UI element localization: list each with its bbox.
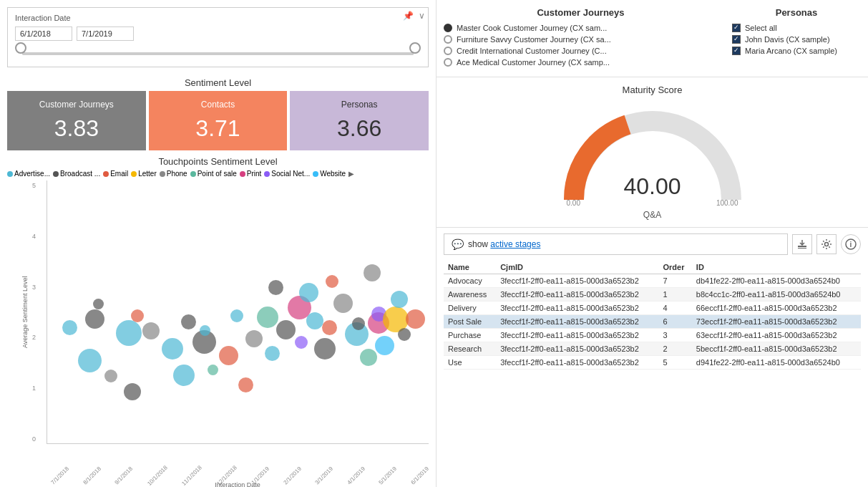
svg-rect-1 [798, 248, 806, 249]
chart-legend: Advertise...Broadcast ...EmailLetterPhon… [7, 170, 429, 178]
table-row[interactable]: Advocacy3feccf1f-2ff0-ea11-a815-000d3a65… [444, 274, 861, 288]
table-header: ID [692, 261, 861, 274]
kpi-card-personas: Personas 3.66 [290, 91, 429, 150]
left-panel: Interaction Date 📌 ∨ Sentiment Level Cus… [0, 0, 437, 487]
table-header: Order [658, 261, 691, 274]
bubble [295, 336, 308, 349]
active-stages-link[interactable]: active stages [490, 239, 540, 249]
legend-item: Advertise... [7, 170, 50, 178]
table-row[interactable]: Delivery3feccf1f-2ff0-ea11-a815-000d3a65… [444, 302, 861, 315]
bubble [162, 338, 183, 360]
bubble [257, 307, 278, 328]
radio-circle [444, 35, 452, 44]
x-tick: 6/1/2019 [409, 466, 429, 486]
bubble [131, 309, 144, 322]
kpi-card-journeys: Customer Journeys 3.83 [7, 91, 146, 150]
legend-item: Point of sale [190, 170, 237, 178]
journey-item[interactable]: Master Cook Customer Journey (CX sam... [444, 24, 718, 32]
personas-list: Select allJohn Davis (CX sample)Maria Ar… [732, 24, 861, 55]
journey-item[interactable]: Furniture Savvy Customer Journey (CX sa.… [444, 35, 718, 44]
kpi-label-contacts: Contacts [201, 100, 235, 110]
journey-item[interactable]: Ace Medical Customer Journey (CX samp... [444, 58, 718, 67]
x-tick: 7/1/2018 [50, 466, 70, 486]
bubble [104, 370, 117, 382]
legend-label: Social Net... [271, 170, 310, 178]
qa-section-label: Q&A [643, 210, 661, 220]
legend-more-icon[interactable]: ▶ [348, 170, 354, 178]
checkbox-box [732, 47, 741, 55]
bubble [333, 294, 353, 313]
x-tick: 11/1/2018 [181, 464, 204, 487]
maturity-title: Maturity Score [623, 85, 683, 95]
bubble [93, 299, 104, 309]
export-icon [796, 238, 808, 250]
qa-settings-button[interactable] [816, 234, 837, 254]
radio-circle [444, 47, 452, 55]
start-date-input[interactable] [15, 26, 72, 41]
end-date-input[interactable] [77, 26, 134, 41]
bubble-chart: 012345 7/1/20188/1/20189/1/201810/1/2018… [47, 180, 429, 444]
radio-circle [444, 58, 452, 67]
bubble [245, 330, 263, 347]
bubble [265, 346, 280, 361]
qa-table-header: NameCjmIDOrderID [444, 261, 861, 274]
y-tick: 5 [32, 182, 38, 189]
table-row[interactable]: Research3feccf1f-2ff0-ea11-a815-000d3a65… [444, 342, 861, 356]
journey-item[interactable]: Credit International Customer Journey (C… [444, 47, 718, 55]
y-tick: 2 [32, 334, 38, 341]
pin-icon[interactable]: 📌 [403, 11, 414, 21]
bubble [406, 309, 425, 329]
slider-thumb-left[interactable] [15, 42, 26, 54]
cell-order: 4 [658, 302, 691, 315]
x-tick: 3/1/2019 [314, 466, 334, 486]
legend-item: Broadcast ... [53, 170, 100, 178]
kpi-label-journeys: Customer Journeys [39, 100, 114, 110]
cell-order: 3 [658, 329, 691, 342]
bubble [208, 365, 218, 375]
legend-dot [103, 171, 109, 177]
x-tick: 2/1/2019 [282, 466, 302, 486]
table-row[interactable]: Purchase3feccf1f-2ff0-ea11-a815-000d3a65… [444, 329, 861, 342]
legend-item: Social Net... [264, 170, 310, 178]
legend-dot [53, 171, 59, 177]
table-row[interactable]: Post Sale3feccf1f-2ff0-ea11-a815-000d3a6… [444, 315, 861, 329]
persona-item[interactable]: Maria Arcano (CX sample) [732, 47, 861, 55]
info-icon: i [845, 238, 857, 250]
svg-rect-0 [798, 246, 806, 247]
bubble [142, 322, 160, 339]
svg-text:i: i [850, 241, 852, 249]
cell-cjmid: 3feccf1f-2ff0-ea11-a815-000d3a6523b2 [496, 315, 658, 329]
legend-dot [7, 171, 13, 177]
persona-label: Select all [745, 24, 777, 32]
legend-label: Letter [138, 170, 157, 178]
interaction-date-title: Interaction Date [15, 14, 421, 22]
qa-input-text: show active stages [468, 239, 540, 249]
table-row[interactable]: Awareness3feccf1f-2ff0-ea11-a815-000d3a6… [444, 288, 861, 302]
gauge-container: 40.00 0.00 100.00 [560, 100, 746, 207]
cell-id: db41fe22-2ff0-ea11-a815-000d3a6524b0 [692, 274, 861, 288]
persona-item[interactable]: Select all [732, 24, 861, 32]
right-panel: Customer Journeys Master Cook Customer J… [437, 0, 868, 487]
bubble [364, 264, 381, 281]
qa-input-box[interactable]: 💬 show active stages [444, 233, 788, 255]
x-tick: 10/1/2018 [146, 464, 169, 487]
bubble [314, 338, 336, 360]
cell-id: 5beccf1f-2ff0-ea11-a815-000d3a6523b2 [692, 342, 861, 356]
qa-info-button[interactable]: i [841, 234, 861, 254]
bubble [306, 312, 323, 329]
slider-thumb-right[interactable] [409, 42, 421, 54]
bubble [181, 314, 196, 329]
qa-table-body: Advocacy3feccf1f-2ff0-ea11-a815-000d3a65… [444, 274, 861, 370]
expand-icon[interactable]: ∨ [419, 11, 425, 21]
chat-icon: 💬 [452, 238, 464, 250]
date-slider[interactable] [15, 47, 421, 61]
cell-name: Delivery [444, 302, 496, 315]
cell-name: Use [444, 356, 496, 370]
sentiment-level-title: Sentiment Level [7, 77, 429, 88]
y-tick: 1 [32, 385, 38, 392]
cell-name: Awareness [444, 288, 496, 302]
persona-item[interactable]: John Davis (CX sample) [732, 35, 861, 44]
qa-export-button[interactable] [792, 234, 812, 254]
legend-item: Print [240, 170, 262, 178]
table-row[interactable]: Use3feccf1f-2ff0-ea11-a815-000d3a6523b25… [444, 356, 861, 370]
